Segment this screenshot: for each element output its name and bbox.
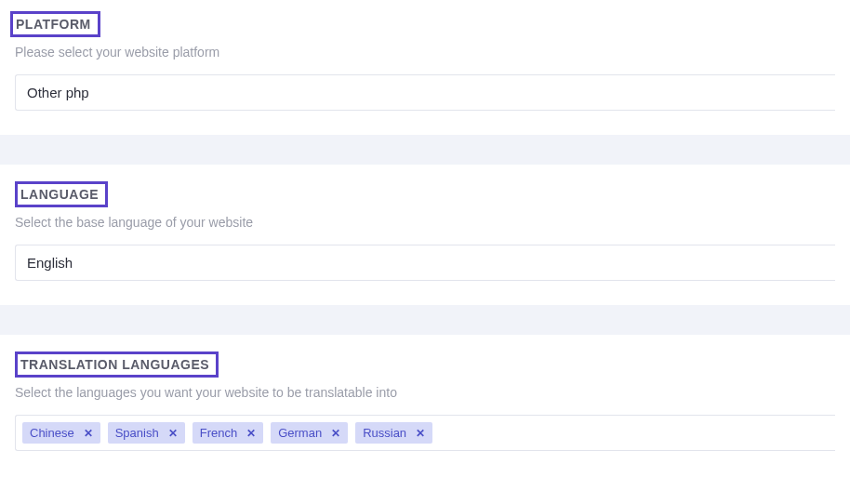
language-title: LANGUAGE [15,181,108,207]
section-separator [0,135,850,165]
translation-title: TRANSLATION LANGUAGES [15,351,219,378]
tag-item: Russian ✕ [355,422,432,444]
tag-item: Spanish ✕ [108,422,185,444]
translation-desc: Select the languages you want your websi… [15,385,835,400]
close-icon[interactable]: ✕ [331,428,340,439]
tag-label: Chinese [30,426,74,440]
tag-item: German ✕ [271,422,348,444]
tag-label: Russian [363,426,406,440]
close-icon[interactable]: ✕ [416,428,425,439]
language-section: LANGUAGE Select the base language of you… [0,165,850,305]
language-select[interactable]: English [15,245,835,281]
translation-tag-input[interactable]: Chinese ✕ Spanish ✕ French ✕ German ✕ Ru… [15,415,835,451]
platform-title: PLATFORM [10,11,100,37]
tag-item: Chinese ✕ [22,422,100,444]
platform-desc: Please select your website platform [15,45,835,60]
tag-label: German [278,426,322,440]
tag-label: Spanish [115,426,159,440]
close-icon[interactable]: ✕ [84,428,93,439]
translation-section: TRANSLATION LANGUAGES Select the languag… [0,335,850,475]
tag-label: French [200,426,237,440]
language-desc: Select the base language of your website [15,215,835,230]
tag-item: French ✕ [193,422,263,444]
section-separator [0,305,850,335]
platform-section: PLATFORM Please select your website plat… [0,0,850,135]
close-icon[interactable]: ✕ [168,428,178,439]
platform-select[interactable]: Other php [15,74,835,111]
close-icon[interactable]: ✕ [246,428,256,439]
